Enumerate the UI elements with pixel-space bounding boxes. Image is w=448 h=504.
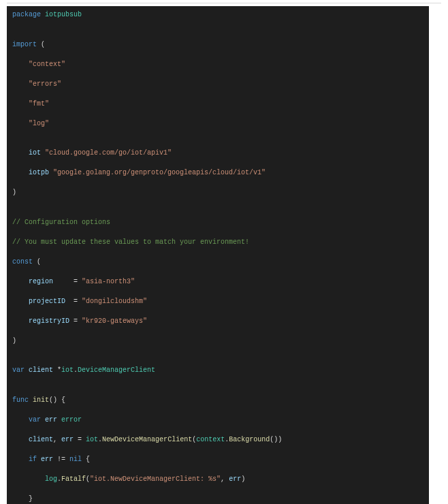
token-op bbox=[12, 149, 29, 157]
token-op bbox=[12, 100, 29, 108]
token-id: client bbox=[29, 436, 53, 443]
token-com: // You must update these values to match… bbox=[12, 238, 249, 246]
code-line[interactable]: projectID = "dongilcloudshm" bbox=[12, 297, 423, 307]
token-op: ( bbox=[33, 258, 41, 266]
code-line[interactable]: iotpb "google.golang.org/genproto/google… bbox=[12, 168, 423, 178]
token-kw: const bbox=[12, 258, 33, 266]
token-id: client bbox=[29, 366, 53, 374]
token-com: // Configuration options bbox=[12, 219, 110, 226]
token-id: err bbox=[61, 436, 74, 443]
token-kw: if bbox=[29, 456, 37, 463]
token-typ: error bbox=[61, 416, 82, 424]
token-op bbox=[12, 120, 29, 127]
token-str: "errors" bbox=[29, 80, 61, 88]
token-str: "dongilcloudshm" bbox=[82, 298, 147, 305]
token-op: = bbox=[53, 278, 82, 285]
top-rule bbox=[7, 3, 441, 3]
token-str: "cloud.google.com/go/iot/apiv1" bbox=[45, 149, 172, 157]
token-op: ) bbox=[12, 189, 16, 196]
code-line[interactable]: func init() { bbox=[12, 396, 423, 406]
token-op: ()) bbox=[270, 436, 282, 443]
token-id: projectID bbox=[29, 298, 65, 305]
code-line[interactable]: const ( bbox=[12, 257, 423, 268]
code-line[interactable]: import ( bbox=[12, 40, 423, 50]
token-op bbox=[12, 61, 29, 68]
token-op bbox=[12, 298, 29, 305]
token-op bbox=[12, 278, 29, 285]
token-str: "kr920-gateways" bbox=[82, 317, 147, 325]
token-id: iotpb bbox=[29, 169, 49, 176]
token-pk: iot bbox=[61, 366, 74, 374]
token-fn: Background bbox=[229, 436, 270, 443]
token-str: "context" bbox=[29, 61, 65, 68]
code-line[interactable]: "errors" bbox=[12, 80, 423, 90]
code-line[interactable]: "context" bbox=[12, 60, 423, 70]
code-line[interactable]: log.Fatalf("iot.NewDeviceManagerClient: … bbox=[12, 475, 423, 485]
token-kw: var bbox=[29, 416, 41, 424]
token-str: "asia-north3" bbox=[82, 278, 135, 285]
token-op: ( bbox=[37, 41, 45, 48]
token-pk: log bbox=[45, 475, 57, 483]
code-line[interactable]: region = "asia-north3" bbox=[12, 277, 423, 287]
code-line[interactable]: ) bbox=[12, 336, 423, 347]
token-id: registryID bbox=[29, 317, 69, 325]
token-kw: nil bbox=[69, 456, 82, 463]
token-str: "log" bbox=[29, 120, 49, 127]
token-kw: func bbox=[12, 396, 29, 404]
token-op: ) bbox=[241, 475, 245, 483]
token-kw: var bbox=[12, 366, 25, 374]
token-pk: iot bbox=[86, 436, 98, 443]
token-op: , bbox=[53, 436, 61, 443]
code-line[interactable]: // You must update these values to match… bbox=[12, 238, 423, 248]
code-line[interactable]: // Configuration options bbox=[12, 218, 423, 228]
token-op: ) bbox=[12, 337, 16, 345]
token-id: err bbox=[41, 456, 53, 463]
token-op: () { bbox=[49, 396, 65, 404]
code-line[interactable]: } bbox=[12, 494, 423, 505]
token-op bbox=[12, 317, 29, 325]
token-op: = bbox=[69, 317, 82, 325]
token-op bbox=[12, 436, 29, 443]
token-str: "iot.NewDeviceManagerClient: %s" bbox=[90, 475, 221, 483]
token-id: region bbox=[29, 278, 53, 285]
token-op: = bbox=[74, 436, 86, 443]
token-op: } bbox=[12, 495, 33, 503]
token-id: err bbox=[229, 475, 241, 483]
token-fn: init bbox=[33, 396, 49, 404]
token-op: * bbox=[53, 366, 61, 374]
code-line[interactable]: iot "cloud.google.com/go/iot/apiv1" bbox=[12, 148, 423, 159]
token-op bbox=[12, 456, 29, 463]
token-op: , bbox=[221, 475, 229, 483]
code-line[interactable]: registryID = "kr920-gateways" bbox=[12, 317, 423, 327]
code-editor[interactable]: package iotpubsub import ( "context" "er… bbox=[7, 6, 429, 504]
code-line[interactable]: client, err = iot.NewDeviceManagerClient… bbox=[12, 435, 423, 445]
code-line[interactable]: package iotpubsub bbox=[12, 10, 423, 20]
token-op bbox=[12, 80, 29, 88]
token-kw: import bbox=[12, 41, 37, 48]
token-pk: iotpubsub bbox=[45, 11, 82, 18]
token-op: = bbox=[65, 298, 82, 305]
code-line[interactable]: var client *iot.DeviceManagerClient bbox=[12, 366, 423, 376]
code-line[interactable]: "log" bbox=[12, 119, 423, 129]
token-kw: package bbox=[12, 11, 41, 18]
code-line[interactable]: if err != nil { bbox=[12, 455, 423, 465]
token-fn: Fatalf bbox=[61, 475, 86, 483]
token-op bbox=[12, 475, 45, 483]
token-op bbox=[12, 416, 29, 424]
token-op bbox=[12, 169, 29, 176]
token-op: { bbox=[82, 456, 90, 463]
token-op: != bbox=[53, 456, 69, 463]
token-pk: context bbox=[196, 436, 225, 443]
token-typ: DeviceManagerClient bbox=[78, 366, 155, 374]
code-line[interactable]: ) bbox=[12, 188, 423, 198]
token-str: "google.golang.org/genproto/googleapis/c… bbox=[53, 169, 266, 176]
token-fn: NewDeviceManagerClient bbox=[102, 436, 192, 443]
token-str: "fmt" bbox=[29, 100, 49, 108]
code-line[interactable]: var err error bbox=[12, 415, 423, 426]
token-id: iot bbox=[29, 149, 41, 157]
token-id: err bbox=[45, 416, 57, 424]
code-line[interactable]: "fmt" bbox=[12, 99, 423, 110]
page: package iotpubsub import ( "context" "er… bbox=[0, 0, 448, 504]
